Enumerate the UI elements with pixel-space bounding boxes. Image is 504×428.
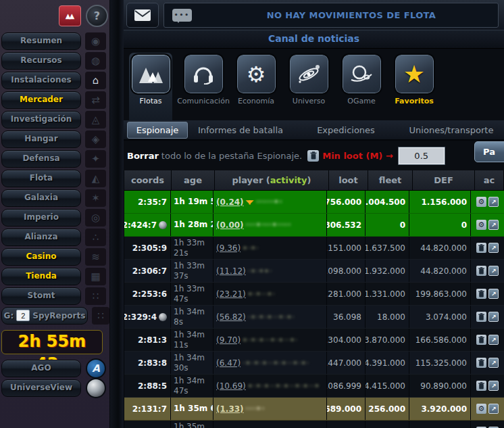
- merchant-trade-icon[interactable]: ⇄: [85, 91, 106, 109]
- activity-link[interactable]: (9.36): [216, 243, 241, 253]
- spy-report-row: 2:131:71h 35m 6s(1.33)·∙·•·2.689.000256.…: [124, 398, 504, 421]
- open-report-button[interactable]: ↗: [488, 289, 499, 299]
- sidebar-button[interactable]: Hangar: [1, 130, 81, 148]
- header-def[interactable]: DEF: [413, 170, 475, 190]
- universeview-button[interactable]: UniverseView: [1, 379, 81, 397]
- open-report-button[interactable]: ↗: [488, 404, 499, 414]
- fleet-status-bar[interactable]: ••• NO HAY MOVIMIENTOS DE FLOTA: [163, 3, 499, 28]
- open-report-button[interactable]: ↗: [488, 197, 499, 207]
- fleet-attack-icon[interactable]: ▲▲: [59, 5, 81, 26]
- sidebar-button[interactable]: Instalaciones: [1, 72, 81, 89]
- open-report-button[interactable]: ↗: [488, 243, 499, 253]
- tab-ogame[interactable]: OGame: [340, 53, 383, 105]
- sidebar-menu: Resumen◉Recursos◍Instalaciones⌂Mercader⇄…: [0, 31, 109, 306]
- sidebar-button[interactable]: Stomt: [1, 287, 81, 305]
- spyreports-icon[interactable]: ∷: [92, 307, 109, 325]
- chat-bubble-icon[interactable]: •••: [172, 9, 192, 22]
- open-report-button[interactable]: ↗: [488, 335, 499, 345]
- open-report-button[interactable]: ↗: [488, 220, 499, 230]
- delete-report-button[interactable]: [476, 381, 486, 391]
- delete-report-button[interactable]: [476, 358, 486, 368]
- universeview-moon-icon[interactable]: [86, 378, 106, 398]
- player-name-redacted: ∙·•·∙··•·∙··•·∙··•: [248, 381, 320, 390]
- empire-icon[interactable]: ◎: [85, 209, 106, 227]
- page-button[interactable]: Pa: [474, 141, 504, 162]
- messages-button[interactable]: [126, 3, 159, 28]
- fleet-cell: 1.637.500: [366, 237, 409, 259]
- shop-icon[interactable]: ▦: [85, 268, 106, 285]
- header-age[interactable]: age: [172, 170, 215, 190]
- fleet-icon[interactable]: ◭: [85, 170, 106, 187]
- coords-cell: 2:306:7: [124, 260, 171, 282]
- activity-link[interactable]: (0.00): [216, 220, 244, 230]
- activity-link[interactable]: (0.24): [216, 197, 244, 207]
- activity-link[interactable]: (10.69): [216, 381, 246, 391]
- sidebar-button[interactable]: Flota: [1, 170, 81, 187]
- open-report-button[interactable]: ↗: [488, 266, 499, 276]
- subtab-expediciones[interactable]: Expediciones: [293, 125, 399, 135]
- alliance-icon[interactable]: ∴: [85, 229, 106, 246]
- delete-report-button[interactable]: [476, 243, 486, 253]
- activity-link[interactable]: (6.47): [216, 358, 241, 368]
- clear-all-trash-button[interactable]: [307, 150, 319, 162]
- header-loot[interactable]: loot: [329, 170, 368, 190]
- tab-economia[interactable]: ⚙ Economía: [234, 53, 278, 105]
- moon-icon[interactable]: [159, 221, 167, 229]
- sidebar-button[interactable]: Defensa: [1, 150, 81, 168]
- open-report-button[interactable]: ↗: [488, 312, 499, 322]
- sidebar-button[interactable]: Casino: [1, 248, 81, 266]
- gear-button[interactable]: ⚙: [476, 220, 486, 230]
- gear-button[interactable]: ⚙: [476, 197, 486, 207]
- player-cell: (0.00)∙·•··∙·•: [213, 421, 327, 428]
- sidebar-button[interactable]: Alianza: [1, 229, 81, 246]
- casino-icon[interactable]: ≋: [85, 248, 106, 266]
- header-coords[interactable]: coords: [124, 170, 172, 190]
- stomt-icon[interactable]: ∷: [85, 287, 106, 305]
- sidebar-item-alianza: Alianza∴: [0, 227, 109, 247]
- sidebar-button[interactable]: Galaxia: [1, 189, 81, 207]
- subtab-espionaje[interactable]: Espionaje: [127, 122, 188, 139]
- spyreports-widget[interactable]: G: SpyReports: [1, 307, 88, 325]
- tab-favoritos[interactable]: ★ Favoritos: [393, 53, 436, 105]
- sidebar-button[interactable]: Recursos: [1, 52, 81, 70]
- activity-link[interactable]: (23.21): [216, 289, 246, 299]
- header-player[interactable]: player (activity): [215, 170, 329, 190]
- loot-cell: 2.098.000: [327, 260, 366, 282]
- activity-link[interactable]: (11.12): [216, 266, 246, 276]
- help-icon[interactable]: ?: [86, 5, 108, 27]
- spyreports-count-input[interactable]: [16, 310, 30, 321]
- tab-comunicacion[interactable]: Comunicación: [182, 53, 225, 105]
- activity-link[interactable]: (56.82): [216, 312, 246, 322]
- sidebar-button[interactable]: Resumen: [1, 32, 81, 50]
- overview-planet-icon[interactable]: ◉: [85, 32, 106, 50]
- tab-flotas[interactable]: Flotas: [129, 53, 172, 120]
- open-report-button[interactable]: ↗: [488, 381, 499, 391]
- sidebar-button[interactable]: Mercader: [1, 91, 81, 109]
- tab-universo[interactable]: Universo: [287, 53, 330, 105]
- sidebar-button[interactable]: Investigación: [1, 111, 81, 128]
- sidebar-button[interactable]: Imperio: [1, 209, 81, 227]
- resources-mine-icon[interactable]: ◍: [85, 52, 106, 70]
- header-fleet[interactable]: fleet: [368, 170, 413, 190]
- shipyard-icon[interactable]: ◈: [85, 130, 106, 148]
- subtab-informes-de-batalla[interactable]: Informes de batalla: [188, 125, 293, 135]
- defense-icon[interactable]: ✦: [85, 150, 106, 168]
- galaxy-icon[interactable]: ✶: [85, 189, 106, 207]
- delete-report-button[interactable]: [476, 266, 486, 276]
- ago-button[interactable]: AGO: [1, 360, 81, 377]
- ago-antigame-icon[interactable]: A: [86, 358, 106, 379]
- open-report-button[interactable]: ↗: [488, 358, 499, 368]
- delete-report-button[interactable]: [476, 289, 486, 299]
- sidebar-item-imperio: Imperio◎: [0, 208, 109, 227]
- research-icon[interactable]: ◬: [85, 111, 106, 128]
- delete-report-button[interactable]: [476, 312, 486, 322]
- delete-report-button[interactable]: [476, 335, 486, 345]
- activity-link[interactable]: (1.33): [216, 404, 244, 414]
- min-loot-input[interactable]: [399, 147, 445, 164]
- sidebar-button[interactable]: Tienda: [1, 268, 81, 285]
- subtab-uniones-transporte[interactable]: Uniones/transporte: [399, 125, 504, 135]
- activity-link[interactable]: (9.70): [216, 335, 241, 345]
- moon-icon[interactable]: [159, 313, 167, 321]
- gear-button[interactable]: ⚙: [476, 404, 486, 414]
- facilities-icon[interactable]: ⌂: [85, 72, 106, 89]
